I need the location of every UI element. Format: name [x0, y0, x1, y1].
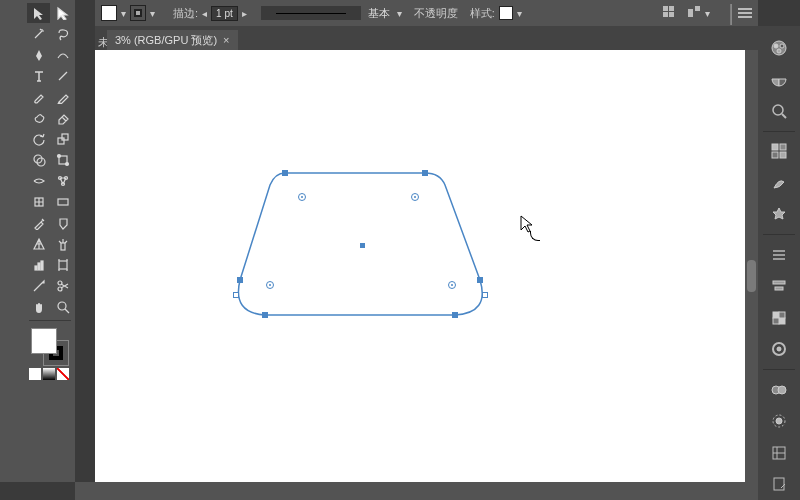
- panel-color-themes-icon[interactable]: [758, 95, 800, 127]
- tool-perspective[interactable]: [27, 234, 50, 254]
- style-label: 样式:: [470, 6, 495, 21]
- fill-dropdown[interactable]: ▾: [121, 8, 126, 19]
- panel-artboards-icon[interactable]: [758, 469, 800, 500]
- tool-pen[interactable]: [27, 45, 50, 65]
- tool-eyedropper[interactable]: [27, 213, 50, 233]
- tool-rotate[interactable]: [27, 129, 50, 149]
- live-corner-widget[interactable]: [266, 281, 274, 289]
- anchor-point[interactable]: [237, 277, 243, 283]
- live-corner-widget[interactable]: [411, 193, 419, 201]
- tool-live-paint[interactable]: [51, 213, 74, 233]
- panel-graphic-styles-icon[interactable]: [758, 405, 800, 437]
- tool-column-graph[interactable]: [27, 255, 50, 275]
- transform-dd[interactable]: ▾: [705, 8, 710, 19]
- tool-selection[interactable]: [27, 3, 50, 23]
- svg-point-42: [776, 418, 782, 424]
- tool-pencil[interactable]: [51, 87, 74, 107]
- panel-cc-libraries-icon[interactable]: [758, 374, 800, 406]
- tool-scale[interactable]: [51, 129, 74, 149]
- anchor-point[interactable]: [477, 277, 483, 283]
- tool-curvature[interactable]: [51, 45, 74, 65]
- stroke-dropdown[interactable]: ▾: [150, 8, 155, 19]
- anchor-point[interactable]: [262, 312, 268, 318]
- tool-mesh[interactable]: [27, 192, 50, 212]
- stroke-wt-incr[interactable]: ▸: [242, 8, 247, 19]
- panel-align-icon[interactable]: [758, 270, 800, 302]
- tool-slice[interactable]: [27, 276, 50, 296]
- svg-rect-29: [772, 152, 778, 158]
- stroke-profile-dd[interactable]: ▾: [397, 8, 402, 19]
- tool-lasso[interactable]: [51, 24, 74, 44]
- tool-zoom[interactable]: [51, 297, 74, 317]
- stroke-profile-basic[interactable]: 基本: [365, 6, 393, 21]
- tool-shape-builder[interactable]: [27, 150, 50, 170]
- transform-proxy-icon[interactable]: [687, 5, 701, 21]
- svg-point-19: [58, 302, 66, 310]
- panel-color-icon[interactable]: [758, 32, 800, 64]
- control-menu-icon[interactable]: [738, 8, 752, 18]
- svg-rect-15: [41, 261, 43, 270]
- mode-none[interactable]: [57, 368, 69, 380]
- stroke-style-preview[interactable]: [261, 6, 361, 20]
- canvas[interactable]: [95, 50, 758, 482]
- live-corner-widget[interactable]: [448, 281, 456, 289]
- panel-layers-icon[interactable]: [758, 437, 800, 469]
- svg-rect-30: [780, 152, 786, 158]
- anchor-point-hollow[interactable]: [233, 292, 239, 298]
- live-corner-widget[interactable]: [298, 193, 306, 201]
- panel-brushes-icon[interactable]: [758, 167, 800, 199]
- svg-point-24: [780, 44, 784, 48]
- tool-magic-wand[interactable]: [27, 24, 50, 44]
- svg-rect-27: [772, 144, 778, 150]
- tool-eraser[interactable]: [51, 108, 74, 128]
- mode-gradient[interactable]: [43, 368, 55, 380]
- tool-scissors[interactable]: [51, 276, 74, 296]
- status-bar: [75, 482, 758, 500]
- selected-shape[interactable]: [230, 165, 490, 325]
- tool-puppet[interactable]: [51, 171, 74, 191]
- panel-symbols-icon[interactable]: [758, 199, 800, 231]
- align-grid-icon[interactable]: [663, 6, 677, 20]
- fill-swatch[interactable]: [31, 328, 57, 354]
- mode-color[interactable]: [29, 368, 41, 380]
- stroke-wt-decr[interactable]: ◂: [202, 8, 207, 19]
- tool-paintbrush[interactable]: [27, 87, 50, 107]
- svg-rect-31: [773, 281, 785, 284]
- cursor-pointer-icon: [520, 215, 534, 235]
- vertical-scrollbar-thumb[interactable]: [747, 260, 756, 292]
- tool-type[interactable]: [27, 66, 50, 86]
- fill-swatch-ctrl[interactable]: [101, 5, 117, 21]
- panel-color-guide-icon[interactable]: [758, 64, 800, 96]
- anchor-point-hollow[interactable]: [482, 292, 488, 298]
- tool-artboard[interactable]: [51, 255, 74, 275]
- panel-appearance-icon[interactable]: [758, 334, 800, 366]
- shape-center-point[interactable]: [360, 243, 365, 248]
- stroke-weight-field[interactable]: 1 pt: [211, 6, 238, 21]
- panel-transparency-icon[interactable]: [758, 302, 800, 334]
- fill-stroke-control[interactable]: [30, 328, 70, 366]
- anchor-point[interactable]: [452, 312, 458, 318]
- tool-symbol-sprayer[interactable]: [51, 234, 74, 254]
- panel-swatches-icon[interactable]: [758, 135, 800, 167]
- style-swatch[interactable]: [499, 6, 513, 20]
- svg-rect-20: [688, 9, 693, 17]
- tool-line[interactable]: [51, 66, 74, 86]
- panel-stroke-icon[interactable]: [758, 239, 800, 271]
- vertical-scrollbar[interactable]: [745, 50, 758, 482]
- tool-width[interactable]: [27, 171, 50, 191]
- stroke-swatch-ctrl[interactable]: [130, 5, 146, 21]
- style-dd[interactable]: ▾: [517, 8, 522, 19]
- tab-close-icon[interactable]: ×: [223, 34, 229, 46]
- anchor-point[interactable]: [282, 170, 288, 176]
- tool-free-transform[interactable]: [51, 150, 74, 170]
- svg-rect-11: [58, 199, 68, 205]
- tool-blob-brush[interactable]: [27, 108, 50, 128]
- anchor-point[interactable]: [422, 170, 428, 176]
- tool-direct-selection[interactable]: [51, 3, 74, 23]
- tool-gradient[interactable]: [51, 192, 74, 212]
- svg-point-6: [65, 163, 68, 166]
- document-tab[interactable]: 3% (RGB/GPU 预览) ×: [107, 30, 238, 50]
- tab-cut-text: 未: [95, 35, 107, 50]
- svg-rect-12: [61, 243, 65, 250]
- tool-hand[interactable]: [27, 297, 50, 317]
